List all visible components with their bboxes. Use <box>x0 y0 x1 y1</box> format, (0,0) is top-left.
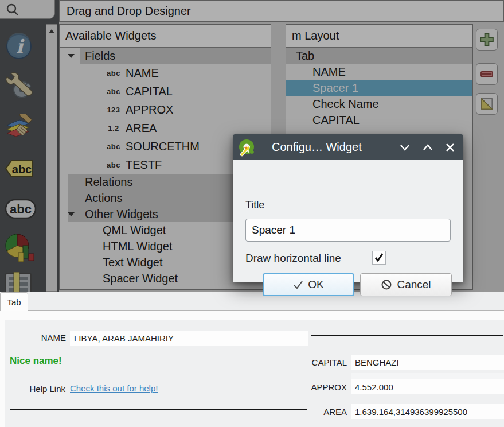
tree-item-label: Actions <box>85 192 123 205</box>
approx-field-value: 4.552.000 <box>355 382 393 392</box>
tree-item-check-name[interactable]: Check Name <box>286 96 472 112</box>
dialog-header: Drag and Drop Designer <box>59 0 504 22</box>
edit-item-button[interactable] <box>476 93 498 115</box>
masks-icon[interactable]: abc <box>5 197 37 220</box>
spacer-line-bottom <box>10 409 307 410</box>
information-icon[interactable]: i <box>5 32 33 61</box>
tree-item-label: CAPITAL <box>312 114 360 127</box>
page-title: Drag and Drop Designer <box>67 5 191 18</box>
qgis-drag-drop-designer-screen: i abc abc <box>0 0 504 427</box>
capital-field-label: CAPITAL <box>298 358 347 367</box>
spacer-line-top <box>311 335 503 336</box>
close-button[interactable] <box>445 142 455 153</box>
available-widgets-header: Available Widgets <box>60 25 271 48</box>
tree-item-spacer-1[interactable]: Spacer 1 <box>286 80 472 96</box>
shade-up-button[interactable] <box>422 143 433 152</box>
remove-item-button[interactable] <box>476 63 498 85</box>
capital-field-value: BENGHAZI <box>355 358 399 367</box>
tree-item-label: Relations <box>85 176 132 189</box>
dialog-body: Title Spacer 1 Draw horizontal line OK <box>233 160 463 282</box>
dialog-titlebar[interactable]: Configu… Widget <box>233 134 463 160</box>
plus-icon <box>478 31 495 48</box>
draw-line-label: Draw horizontal line <box>245 252 341 265</box>
approx-field-input[interactable]: 4.552.000 <box>351 379 504 394</box>
tab-label: Tab <box>7 297 21 307</box>
cancel-slash-icon <box>381 279 392 290</box>
scroll-up-icon[interactable] <box>49 29 54 33</box>
area-field-value: 1.639.164,314936399925500 <box>355 407 467 417</box>
field-type-badge: abc <box>104 161 123 169</box>
source-icon[interactable] <box>5 71 34 101</box>
nice-name-text: Nice name! <box>10 355 62 367</box>
tree-item-label: Fields <box>85 49 115 63</box>
area-field-label: AREA <box>298 407 347 417</box>
tree-item-capital[interactable]: CAPITAL <box>286 112 472 128</box>
tree-item-label: CAPITAL <box>126 85 173 98</box>
attributes-form-icon[interactable] <box>5 272 34 292</box>
field-type-badge: 123 <box>104 106 123 114</box>
svg-text:abc: abc <box>12 163 32 176</box>
tree-item-name[interactable]: NAME <box>286 64 472 80</box>
expander-arrow-icon[interactable] <box>68 54 75 58</box>
tree-item-label: QML Widget <box>103 224 166 237</box>
title-input[interactable]: Spacer 1 <box>245 219 451 242</box>
tree-item-tab[interactable]: Tab <box>286 48 472 64</box>
help-link[interactable]: Check this out for help! <box>70 383 158 393</box>
tree-item-label: Check Name <box>312 98 379 111</box>
empty-field-strip <box>351 373 504 379</box>
help-link-label: Help Link <box>16 384 65 394</box>
minus-icon <box>478 65 495 83</box>
title-input-value: Spacer 1 <box>252 224 295 236</box>
tree-item-approx[interactable]: 123APPROX <box>60 100 271 119</box>
form-layout-header: m Layout <box>286 25 472 48</box>
tree-item-name[interactable]: abcNAME <box>60 64 271 82</box>
form-layout-tree: TabNAMESpacer 1Check NameCAPITAL <box>286 48 472 128</box>
tree-item-label: Spacer 1 <box>312 81 358 95</box>
tree-item-label: SOURCETHM <box>126 140 200 153</box>
ok-check-icon <box>293 280 303 289</box>
capital-field-input[interactable]: BENGHAZI <box>351 355 504 370</box>
tree-item-label: TESTF <box>126 158 162 172</box>
available-widgets-title: Available Widgets <box>65 29 157 42</box>
form-area: NAME LIBYA, ARAB JAMAHIRIY_ Nice name! C… <box>5 320 504 427</box>
form-preview-window: Tab NAME LIBYA, ARAB JAMAHIRIY_ Nice nam… <box>0 292 504 427</box>
tree-item-label: Tab <box>296 49 314 63</box>
field-type-badge: 1.2 <box>104 124 123 133</box>
tree-item-capital[interactable]: abcCAPITAL <box>60 82 271 100</box>
form-layout-title: m Layout <box>292 29 339 42</box>
field-type-badge: abc <box>104 69 123 77</box>
cancel-label: Cancel <box>397 278 431 291</box>
add-tab-or-group-button[interactable] <box>476 29 498 51</box>
approx-field-label: APPROX <box>298 382 347 392</box>
tree-item-label: APPROX <box>126 103 173 117</box>
labels-icon[interactable]: abc <box>5 158 34 179</box>
tree-item-label: Other Widgets <box>85 208 158 221</box>
name-field-input[interactable]: LIBYA, ARAB JAMAHIRIY_ <box>70 331 308 346</box>
title-field-label: Title <box>245 199 264 211</box>
name-field-label: NAME <box>16 333 66 343</box>
checkmark-icon <box>374 253 384 263</box>
ok-label: OK <box>308 278 323 291</box>
configure-widget-dialog: Configu… Widget Title Spacer 1 Draw hori… <box>233 134 463 282</box>
sidebar-scrollbar[interactable] <box>46 24 57 292</box>
diagrams-icon[interactable] <box>5 233 36 264</box>
name-field-value: LIBYA, ARAB JAMAHIRIY_ <box>74 333 178 343</box>
tree-item-label: HTML Widget <box>103 240 173 253</box>
symbology-icon[interactable] <box>5 114 34 143</box>
shade-down-button[interactable] <box>399 143 411 152</box>
field-type-badge: abc <box>104 87 123 96</box>
svg-text:abc: abc <box>10 202 32 216</box>
search-input[interactable] <box>0 0 55 19</box>
area-field-input[interactable]: 1.639.164,314936399925500 <box>351 404 504 419</box>
cancel-button[interactable]: Cancel <box>360 273 452 296</box>
search-icon <box>6 3 19 17</box>
ok-button[interactable]: OK <box>263 273 354 296</box>
dialog-title: Configu… Widget <box>272 141 362 154</box>
expander-arrow-icon[interactable] <box>68 212 75 216</box>
tree-item-label: NAME <box>126 67 159 80</box>
tab-tab[interactable]: Tab <box>0 292 28 311</box>
draw-line-checkbox[interactable] <box>372 251 386 265</box>
field-type-badge: abc <box>104 142 123 151</box>
tree-item-fields[interactable]: Fields <box>60 48 271 64</box>
qgis-logo-icon <box>237 138 256 157</box>
